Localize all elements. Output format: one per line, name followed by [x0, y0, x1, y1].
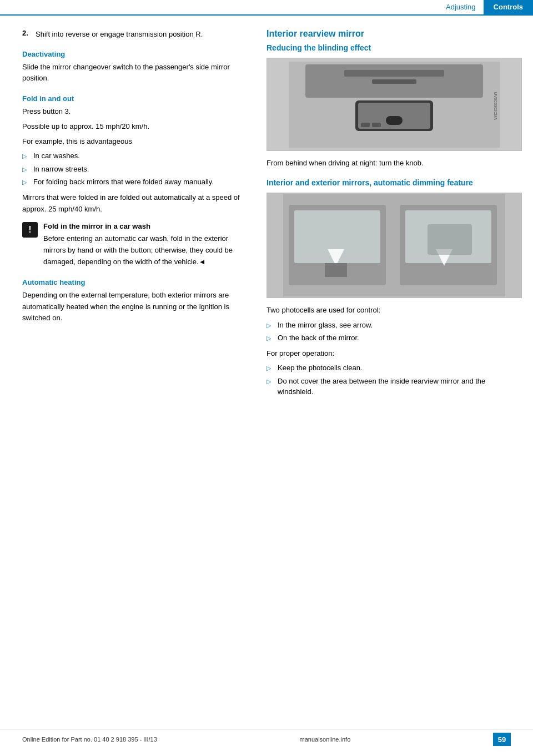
- warning-icon: !: [22, 222, 38, 238]
- header-bar: Adjusting Controls: [0, 0, 533, 16]
- bullet-arrow-pc2: ▷: [266, 334, 273, 343]
- proper-bullet-1: ▷ Keep the photocells clean.: [266, 362, 522, 374]
- deactivating-text: Slide the mirror changeover switch to th…: [22, 62, 245, 85]
- warning-text: Before entering an automatic car wash, f…: [43, 234, 233, 266]
- photocells-bullet-2: ▷ On the back of the mirror.: [266, 332, 522, 344]
- fold-bullet-2: ▷ In narrow streets.: [22, 164, 245, 175]
- warning-content: Fold in the mirror in a car wash Before …: [43, 221, 245, 268]
- bullet-arrow-2: ▷: [22, 165, 29, 174]
- photocells-bullet-2-text: On the back of the mirror.: [278, 332, 359, 344]
- fold-text2: Possible up to approx. 15 mph/20 km/h.: [22, 121, 245, 133]
- footer-left-text: Online Edition for Part no. 01 40 2 918 …: [22, 736, 157, 743]
- svg-rect-7: [361, 123, 370, 127]
- footer: Online Edition for Part no. 01 40 2 918 …: [0, 729, 533, 746]
- proper-operation-bullets: ▷ Keep the photocells clean. ▷ Do not co…: [266, 362, 522, 397]
- photocells-bullet-1-text: In the mirror glass, see arrow.: [278, 320, 373, 331]
- page-number: 59: [493, 733, 511, 746]
- fold-bullet-2-text: In narrow streets.: [33, 164, 89, 175]
- photocells-text: Two photocells are used for control:: [266, 305, 522, 316]
- step-2-number: 2.: [22, 29, 36, 40]
- fold-bullet-3-text: For folding back mirrors that were folde…: [33, 177, 214, 188]
- fold-text1: Press button 3.: [22, 106, 245, 118]
- svg-rect-8: [372, 123, 381, 127]
- bullet-arrow-po1: ▷: [266, 364, 273, 373]
- bullet-arrow-1: ▷: [22, 152, 29, 161]
- main-content: 2. Shift into reverse or engage transmis…: [0, 16, 533, 402]
- left-column: 2. Shift into reverse or engage transmis…: [0, 29, 261, 402]
- photocells-bullets: ▷ In the mirror glass, see arrow. ▷ On t…: [266, 320, 522, 344]
- warning-icon-symbol: !: [28, 225, 31, 235]
- svg-rect-3: [372, 79, 416, 84]
- fold-bullet-1: ▷ In car washes.: [22, 150, 245, 162]
- proper-operation-text: For proper operation:: [266, 348, 522, 360]
- warning-title: Fold in the mirror in a car wash: [43, 221, 245, 233]
- dimming-illustration: [283, 194, 505, 296]
- dimming-svg: [267, 193, 521, 298]
- auto-heat-text: Depending on the external temperature, b…: [22, 290, 245, 324]
- mirror-svg: MV0C0302CMA: [267, 58, 521, 150]
- step-2-text: Shift into reverse or engage transmissio…: [36, 29, 203, 40]
- bullet-arrow-po2: ▷: [266, 377, 273, 386]
- auto-heat-heading: Automatic heating: [22, 278, 245, 286]
- svg-rect-14: [325, 263, 347, 277]
- step-2: 2. Shift into reverse or engage transmis…: [22, 29, 245, 40]
- footer-right-text: manualsonline.info: [300, 736, 351, 743]
- header-adjusting-label: Adjusting: [438, 0, 483, 15]
- photocells-bullet-1: ▷ In the mirror glass, see arrow.: [266, 320, 522, 331]
- reducing-subtitle: Reducing the blinding effect: [266, 43, 522, 52]
- proper-bullet-2: ▷ Do not cover the area between the insi…: [266, 376, 522, 397]
- proper-bullet-1-text: Keep the photocells clean.: [278, 362, 363, 374]
- svg-rect-18: [428, 224, 472, 255]
- dimming-image: [266, 193, 522, 298]
- fold-heading: Fold in and out: [22, 94, 245, 103]
- fold-bullets: ▷ In car washes. ▷ In narrow streets. ▷ …: [22, 150, 245, 188]
- bullet-arrow-pc1: ▷: [266, 321, 273, 330]
- right-column: Interior rearview mirror Reducing the bl…: [261, 29, 533, 402]
- reducing-text: From behind when driving at night: turn …: [266, 158, 522, 169]
- svg-rect-2: [344, 70, 444, 77]
- warning-box: ! Fold in the mirror in a car wash Befor…: [22, 221, 245, 268]
- header-controls-label: Controls: [484, 0, 533, 15]
- fold-text3: For example, this is advantageous: [22, 136, 245, 148]
- svg-text:MV0C0302CMA: MV0C0302CMA: [494, 92, 497, 120]
- dimming-subtitle: Interior and exterior mirrors, automatic…: [266, 178, 522, 187]
- interior-rearview-title: Interior rearview mirror: [266, 29, 522, 39]
- bullet-arrow-3: ▷: [22, 178, 29, 187]
- mirror-image-1: MV0C0302CMA: [266, 58, 522, 151]
- fold-bullet-3: ▷ For folding back mirrors that were fol…: [22, 177, 245, 188]
- svg-rect-6: [386, 116, 403, 125]
- proper-bullet-2-text: Do not cover the area between the inside…: [278, 376, 522, 397]
- mirror-illustration: MV0C0302CMA: [289, 62, 500, 148]
- deactivating-heading: Deactivating: [22, 50, 245, 58]
- fold-auto-text: Mirrors that were folded in are folded o…: [22, 192, 245, 215]
- fold-bullet-1-text: In car washes.: [33, 150, 80, 162]
